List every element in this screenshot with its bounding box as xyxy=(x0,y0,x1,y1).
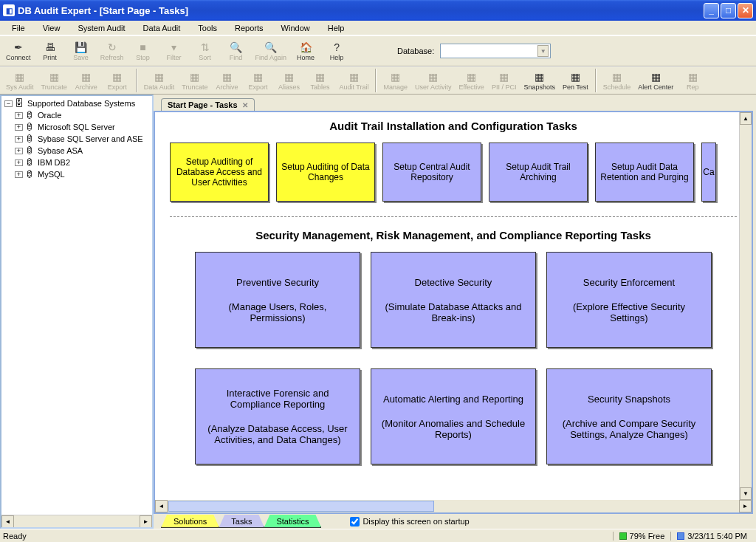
tool-icon: ▦ xyxy=(651,71,661,83)
tool-icon: ▦ xyxy=(571,71,580,83)
scroll-down-button[interactable]: ▼ xyxy=(740,487,752,500)
tab-solutions[interactable]: Solutions xyxy=(161,515,219,528)
menu-reports[interactable]: Reports xyxy=(226,22,272,34)
task-card[interactable]: Setup Central Audit Repository xyxy=(382,143,481,202)
task-card[interactable]: Setup Audit Data Retention and Purging xyxy=(595,143,694,202)
task-card[interactable]: Setup Auditing of Data Changes xyxy=(276,143,375,202)
tree-item-oracle[interactable]: +🛢Oracle xyxy=(3,109,151,121)
menu-data-audit[interactable]: Data Audit xyxy=(134,22,190,34)
toolbar-secondary: ▦Sys Audit▦Truncate▦Archive▦Export▦Data … xyxy=(0,66,756,95)
menu-tools[interactable]: Tools xyxy=(189,22,226,34)
scroll-left-button[interactable]: ◄ xyxy=(1,515,14,528)
startup-label: Display this screen on startup xyxy=(362,517,469,526)
maximize-button[interactable]: □ xyxy=(721,3,736,18)
expand-icon[interactable]: + xyxy=(15,124,23,131)
tree[interactable]: −🗄Supported Database Systems+🛢Oracle+🛢Mi… xyxy=(1,96,152,515)
expand-icon[interactable]: + xyxy=(15,136,23,143)
tree-item-mysql[interactable]: +🛢MySQL xyxy=(3,168,151,180)
tool-icon: ▦ xyxy=(535,71,544,83)
tree-root[interactable]: −🗄Supported Database Systems xyxy=(3,97,151,109)
menu-view[interactable]: View xyxy=(34,22,69,34)
tool-export: ▦Export xyxy=(103,67,132,94)
find-icon: 🔍 xyxy=(230,41,242,53)
minimize-button[interactable]: _ xyxy=(704,3,719,18)
menu-window[interactable]: Window xyxy=(272,22,319,34)
tool-audit-trail: ▦Audit Trail xyxy=(336,67,371,94)
statusbar: Ready 79% Free 3/23/11 5:40 PM xyxy=(0,529,756,542)
status-free: 79% Free xyxy=(613,532,671,541)
scroll-right-button[interactable]: ► xyxy=(140,515,152,528)
tool-icon: ▦ xyxy=(612,71,622,83)
tool-pen-test[interactable]: ▦Pen Test xyxy=(560,67,591,94)
tool-home[interactable]: 🏠Home xyxy=(291,38,320,64)
tool-icon: ▦ xyxy=(467,71,476,83)
database-combo[interactable]: ▼ xyxy=(440,44,551,58)
expand-icon[interactable]: + xyxy=(15,148,23,154)
close-button[interactable]: ✕ xyxy=(738,3,753,18)
tool-icon: ▦ xyxy=(428,71,438,83)
menu-help[interactable]: Help xyxy=(319,22,354,34)
tree-item-sybase-asa[interactable]: +🛢Sybase ASA xyxy=(3,145,151,157)
task-card[interactable]: Preventive Security(Manage Users, Roles,… xyxy=(195,252,360,348)
task-card[interactable]: Security Snapshots(Archive and Compare S… xyxy=(546,368,712,464)
content-frame: Audit Trail Installation and Configurati… xyxy=(154,111,753,514)
task-card[interactable]: Setup Auditing of Database Access and Us… xyxy=(170,143,269,202)
document-tabs: Start Page - Tasks ✕ xyxy=(154,95,756,111)
tree-item-ibm-db2[interactable]: +🛢IBM DB2 xyxy=(3,157,151,168)
app-icon: ◧ xyxy=(3,4,15,16)
task-card[interactable]: Automatic Alerting and Reporting(Monitor… xyxy=(371,368,536,464)
menu-file[interactable]: File xyxy=(3,22,34,34)
tool-icon: ▦ xyxy=(222,71,232,83)
tree-h-scrollbar[interactable]: ◄ ► xyxy=(1,515,152,527)
status-ready: Ready xyxy=(3,532,613,541)
tool-filter: ▾Filter xyxy=(159,38,189,64)
startup-checkbox[interactable] xyxy=(350,517,360,526)
expand-icon[interactable]: + xyxy=(15,112,23,119)
tool-sys-audit: ▦Sys Audit xyxy=(3,67,37,94)
database-icon: 🛢 xyxy=(25,122,35,132)
scroll-right-button[interactable]: ► xyxy=(739,500,752,512)
tab-close-icon[interactable]: ✕ xyxy=(242,101,248,109)
scroll-up-button[interactable]: ▲ xyxy=(740,112,752,125)
collapse-icon[interactable]: − xyxy=(4,100,13,107)
task-card[interactable]: Interactive Forensic and Compliance Repo… xyxy=(195,368,360,464)
tool-stop: ■Stop xyxy=(128,38,158,64)
tool-icon: ▦ xyxy=(688,71,698,83)
task-card[interactable]: Ca xyxy=(701,143,716,202)
task-card[interactable]: Detective Security(Simulate Database Att… xyxy=(371,252,536,348)
database-icon: 🛢 xyxy=(25,169,35,179)
tab-tasks[interactable]: Tasks xyxy=(219,515,264,528)
menu-system-audit[interactable]: System Audit xyxy=(69,22,134,34)
tool-snapshots[interactable]: ▦Snapshots xyxy=(520,67,558,94)
tool-icon: ▦ xyxy=(112,71,122,83)
tool-icon: ▦ xyxy=(349,71,359,83)
scroll-left-button[interactable]: ◄ xyxy=(155,500,168,512)
tool-connect[interactable]: ✒Connect xyxy=(3,38,34,64)
expand-icon[interactable]: + xyxy=(15,171,23,178)
tool-find-again: 🔍Find Again xyxy=(252,38,290,64)
tool-alert-center[interactable]: ▦Alert Center xyxy=(635,67,676,94)
v-scrollbar[interactable]: ▲ ▼ xyxy=(739,112,752,500)
tool-icon: ▦ xyxy=(315,71,325,83)
tab-statistics[interactable]: Statistics xyxy=(264,515,321,528)
tool-icon: ▦ xyxy=(499,71,509,83)
tool-manage: ▦Manage xyxy=(380,67,410,94)
tool-print[interactable]: 🖶Print xyxy=(35,38,65,64)
expand-icon[interactable]: + xyxy=(15,159,23,166)
startup-checkbox-label[interactable]: Display this screen on startup xyxy=(350,517,469,526)
tree-item-microsoft-sql-server[interactable]: +🛢Microsoft SQL Server xyxy=(3,121,151,133)
h-scrollbar[interactable]: ◄ ► xyxy=(155,500,752,512)
titlebar: ◧ DB Audit Expert - [Start Page - Tasks]… xyxy=(0,0,756,21)
task-card[interactable]: Setup Audit Trail Archiving xyxy=(489,143,588,202)
tree-item-sybase-sql-server-and-ase[interactable]: +🛢Sybase SQL Server and ASE xyxy=(3,133,151,145)
tab-start-page[interactable]: Start Page - Tasks ✕ xyxy=(161,98,255,111)
separator xyxy=(375,69,377,92)
tool-help[interactable]: ?Help xyxy=(322,38,351,64)
task-card[interactable]: Security Enforcement(Explore Effective S… xyxy=(546,252,712,348)
tool-icon: ▦ xyxy=(391,71,400,83)
task-row-1: Setup Auditing of Database Access and Us… xyxy=(155,140,752,205)
separator xyxy=(136,69,137,92)
blue-indicator-icon xyxy=(677,532,684,540)
tool-effective: ▦Effective xyxy=(456,67,487,94)
scroll-thumb[interactable] xyxy=(168,501,434,512)
